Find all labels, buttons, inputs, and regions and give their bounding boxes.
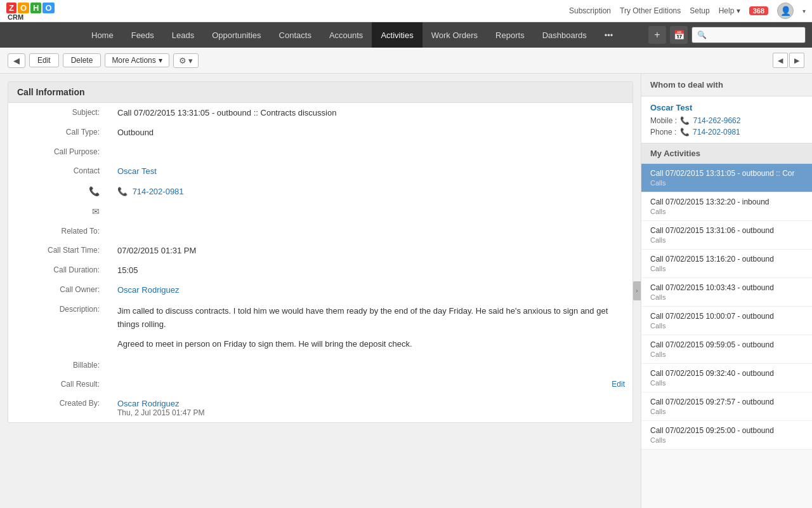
logo: Z O H O CRM: [6, 3, 55, 21]
call-result-edit-link[interactable]: Edit: [612, 380, 625, 389]
more-actions-label: More Actions: [112, 56, 155, 65]
phone-icon: 📞: [117, 187, 128, 196]
nav-search-input[interactable]: [691, 27, 806, 43]
created-date: Thu, 2 Jul 2015 01:47 PM: [117, 408, 625, 417]
description-value: Jim called to discuss contracts. I told …: [110, 300, 632, 356]
activity-sub: Calls: [650, 265, 803, 272]
nav-add-button[interactable]: +: [648, 26, 666, 44]
call-purpose-value: [110, 142, 632, 161]
nav-calendar-button[interactable]: 📅: [670, 26, 688, 44]
activity-title: Call 07/02/2015 10:00:07 - outbound: [650, 312, 803, 321]
billable-value: [110, 356, 632, 375]
mobile-value[interactable]: 714-262-9662: [693, 116, 741, 125]
gear-button[interactable]: ⚙ ▾: [173, 53, 199, 68]
phone-detail: Phone : 📞 714-202-0981: [650, 128, 803, 137]
activity-sub: Calls: [650, 236, 803, 244]
activity-item[interactable]: Call 07/02/2015 09:32:40 - outboundCalls: [641, 364, 812, 392]
phone-icon-cell: 📞: [8, 181, 110, 201]
back-button[interactable]: ◀: [8, 53, 25, 68]
call-duration-label: Call Duration:: [8, 260, 110, 280]
nav-item-leads[interactable]: Leads: [163, 22, 203, 48]
activity-title: Call 07/02/2015 10:03:43 - outbound: [650, 283, 803, 292]
toolbar: ◀ Edit Delete More Actions ▾ ⚙ ▾ ◀ ▶: [0, 48, 812, 74]
nav-arrows: ◀ ▶: [773, 53, 804, 68]
phone-value[interactable]: 📞 714-202-0981: [110, 181, 632, 201]
activity-item[interactable]: Call 07/02/2015 09:25:00 - outboundCalls: [641, 421, 812, 450]
call-result-cell: Edit: [110, 375, 632, 394]
activity-title: Call 07/02/2015 09:32:40 - outbound: [650, 369, 803, 378]
nav-bar: Home Feeds Leads Opportunities Contacts …: [0, 22, 812, 48]
mobile-detail: Mobile : 📞 714-262-9662: [650, 116, 803, 125]
activity-item[interactable]: Call 07/02/2015 09:27:57 - outboundCalls: [641, 392, 812, 421]
call-duration-value: 15:05: [110, 260, 632, 280]
billable-label: Billable:: [8, 356, 110, 375]
nav-item-opportunities[interactable]: Opportunities: [203, 22, 270, 48]
call-owner-value[interactable]: Oscar Rodriguez: [110, 280, 632, 300]
edit-button[interactable]: Edit: [29, 53, 59, 67]
activity-list: Call 07/02/2015 13:31:05 - outbound :: C…: [641, 164, 812, 508]
activity-item[interactable]: Call 07/02/2015 09:59:05 - outboundCalls: [641, 335, 812, 364]
subject-label: Subject:: [8, 103, 110, 123]
whom-content: Oscar Test Mobile : 📞 714-262-9662 Phone…: [641, 97, 812, 144]
setup-link[interactable]: Setup: [690, 6, 709, 15]
nav-item-accounts[interactable]: Accounts: [320, 22, 372, 48]
activity-item[interactable]: Call 07/02/2015 13:16:20 - outboundCalls: [641, 250, 812, 278]
avatar-dropdown-arrow[interactable]: ▾: [802, 8, 806, 15]
activity-sub: Calls: [650, 408, 803, 415]
whom-to-deal-header: Whom to deal with: [641, 74, 812, 97]
activity-item[interactable]: Call 07/02/2015 13:32:20 - inboundCalls: [641, 192, 812, 221]
activity-title: Call 07/02/2015 13:31:06 - outbound: [650, 226, 803, 235]
call-start-value: 07/02/2015 01:31 PM: [110, 241, 632, 260]
prev-record-button[interactable]: ◀: [773, 53, 788, 68]
activity-title: Call 07/02/2015 09:59:05 - outbound: [650, 340, 803, 349]
activity-sub: Calls: [650, 293, 803, 301]
activity-sub: Calls: [650, 351, 803, 358]
help-link[interactable]: Help ▾: [719, 6, 740, 15]
call-start-label: Call Start Time:: [8, 241, 110, 260]
nav-item-reports[interactable]: Reports: [487, 22, 534, 48]
nav-item-home[interactable]: Home: [82, 22, 122, 48]
nav-item-contacts[interactable]: Contacts: [270, 22, 320, 48]
nav-item-dashboards[interactable]: Dashboards: [534, 22, 596, 48]
contact-name-link[interactable]: Oscar Test: [650, 103, 803, 112]
activity-title: Call 07/02/2015 09:25:00 - outbound: [650, 426, 803, 435]
sidebar-toggle[interactable]: ›: [633, 281, 641, 300]
nav-item-feeds[interactable]: Feeds: [122, 22, 163, 48]
more-actions-button[interactable]: More Actions ▾: [105, 53, 169, 67]
activity-sub: Calls: [650, 208, 803, 215]
phone-icon-mobile: 📞: [680, 116, 690, 125]
activity-item[interactable]: Call 07/02/2015 13:31:06 - outboundCalls: [641, 221, 812, 250]
nav-item-activities[interactable]: Activities: [372, 22, 422, 48]
activity-sub: Calls: [650, 379, 803, 387]
notification-badge[interactable]: 368: [749, 6, 768, 15]
panel-header: Call Information: [8, 82, 632, 103]
contact-value[interactable]: Oscar Test: [110, 161, 632, 181]
avatar[interactable]: 👤: [777, 3, 794, 19]
activity-item[interactable]: Call 07/02/2015 10:00:07 - outboundCalls: [641, 307, 812, 335]
subject-value: Call 07/02/2015 13:31:05 - outbound :: C…: [110, 103, 632, 123]
activity-sub: Calls: [650, 436, 803, 444]
nav-item-more[interactable]: •••: [596, 22, 622, 48]
activity-item[interactable]: Call 07/02/2015 10:03:43 - outboundCalls: [641, 278, 812, 307]
call-purpose-label: Call Purpose:: [8, 142, 110, 161]
created-by-value[interactable]: Oscar Rodriguez: [117, 399, 625, 408]
email-icon-cell: ✉: [8, 201, 110, 222]
activity-item[interactable]: Call 07/02/2015 13:31:05 - outbound :: C…: [641, 164, 812, 192]
phone-icon-phone: 📞: [680, 128, 690, 137]
email-value[interactable]: [110, 201, 632, 222]
subscription-link[interactable]: Subscription: [569, 6, 611, 15]
activity-title: Call 07/02/2015 09:27:57 - outbound: [650, 398, 803, 406]
next-record-button[interactable]: ▶: [789, 53, 804, 68]
phone-value-sidebar[interactable]: 714-202-0981: [693, 128, 740, 137]
activity-sub: Calls: [650, 322, 803, 330]
call-type-value: Outbound: [110, 123, 632, 142]
related-to-value: [110, 222, 632, 241]
activity-title: Call 07/02/2015 13:31:05 - outbound :: C…: [650, 169, 803, 178]
related-to-label: Related To:: [8, 222, 110, 241]
try-other-link[interactable]: Try Other Editions: [620, 6, 681, 15]
nav-item-work-orders[interactable]: Work Orders: [422, 22, 487, 48]
activity-title: Call 07/02/2015 13:16:20 - outbound: [650, 255, 803, 264]
contact-label: Contact: [8, 161, 110, 181]
delete-button[interactable]: Delete: [63, 53, 102, 67]
call-type-label: Call Type:: [8, 123, 110, 142]
